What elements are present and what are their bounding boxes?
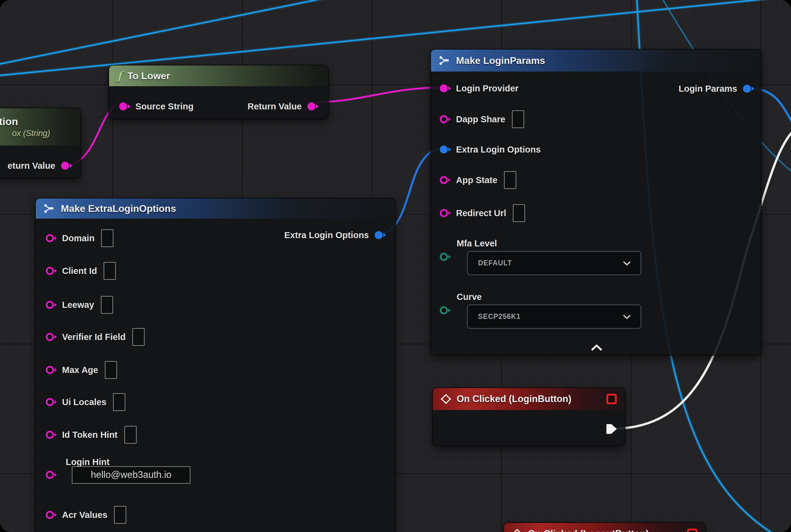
input-pin-dapp-share[interactable]: [439, 114, 451, 125]
max-age-text-box[interactable]: [105, 361, 117, 379]
pin-label-mfa-level: Mfa Level: [457, 239, 497, 249]
node-title: On Clicked (LoginButton): [457, 394, 601, 404]
login-hint-input[interactable]: hello@web3auth.io: [72, 466, 190, 484]
node-make-extraloginoptions-header[interactable]: Make ExtraLoginOptions: [36, 198, 395, 218]
pin-label-max-age: Max Age: [62, 365, 98, 375]
blueprint-graph-canvas[interactable]: tion ox (String) eturn Value ƒ To Lower …: [0, 0, 791, 532]
delegate-pin[interactable]: [606, 394, 617, 404]
node-on-clicked-logoutbutton-header[interactable]: On Clicked (LogoutButton): [504, 523, 706, 532]
dapp-share-text-box[interactable]: [512, 110, 524, 128]
event-diamond-icon: [512, 529, 522, 532]
collapse-advanced-pins-button[interactable]: [586, 341, 607, 355]
input-pin-source-string[interactable]: [118, 101, 131, 112]
node-to-lower-header[interactable]: ƒ To Lower: [109, 65, 328, 86]
input-pin-mfa-level[interactable]: [439, 252, 451, 262]
event-diamond-icon: [441, 394, 451, 404]
input-pin-max-age[interactable]: [45, 365, 57, 375]
pin-label-app-state: App State: [456, 175, 497, 185]
node-title: Make LoginParams: [456, 55, 545, 66]
node-subtitle-fragment: ox (String): [12, 129, 80, 138]
wire-cyan-topleft[interactable]: [0, 0, 334, 65]
acr-values-text-box[interactable]: [114, 506, 126, 524]
pin-label-login-provider: Login Provider: [456, 83, 519, 94]
input-pin-verifier-id-field[interactable]: [45, 332, 57, 342]
pin-label-ui-locales: Ui Locales: [62, 397, 107, 407]
output-pin-return-value[interactable]: [307, 101, 319, 112]
node-to-lower[interactable]: ƒ To Lower Source String Return Value: [109, 65, 329, 119]
node-title-fragment: tion: [0, 116, 80, 128]
pin-label-return-value: Return Value: [248, 101, 302, 112]
input-pin-extra-login-options[interactable]: [439, 144, 451, 155]
pin-label-curve: Curve: [457, 292, 482, 302]
pin-label-redirect-url: Redirect Url: [456, 208, 506, 218]
wire-magenta-tolower-to-provider[interactable]: [308, 88, 444, 102]
output-pin-login-params[interactable]: [742, 83, 754, 94]
make-struct-icon: [44, 203, 55, 214]
node-green-partial[interactable]: tion ox (String) eturn Value: [0, 108, 81, 178]
input-pin-client-id[interactable]: [45, 266, 57, 276]
node-on-clicked-loginbutton-header[interactable]: On Clicked (LoginButton): [433, 388, 625, 410]
ui-locales-text-box[interactable]: [113, 393, 125, 411]
app-state-text-box[interactable]: [504, 171, 516, 189]
node-make-loginparams[interactable]: Make LoginParams Login Params Login Prov…: [430, 49, 761, 356]
node-on-clicked-loginbutton[interactable]: On Clicked (LoginButton): [432, 387, 625, 446]
input-pin-redirect-url[interactable]: [439, 208, 451, 218]
chevron-up-icon: [590, 344, 603, 352]
node-green-partial-header[interactable]: tion ox (String): [0, 108, 80, 146]
pin-label-dapp-share: Dapp Share: [456, 114, 505, 125]
chevron-down-icon: [622, 260, 632, 266]
node-title: To Lower: [128, 70, 170, 82]
output-pin-extra-login-options[interactable]: [374, 230, 386, 240]
pin-label-source-string: Source String: [135, 101, 193, 112]
chevron-down-icon: [622, 314, 632, 320]
curve-value: SECP256K1: [478, 312, 521, 321]
pin-label-extra-login-options-out: Extra Login Options: [284, 230, 369, 240]
node-make-extraloginoptions[interactable]: Make ExtraLoginOptions Extra Login Optio…: [35, 198, 396, 532]
exec-output-pin[interactable]: [605, 423, 618, 435]
input-pin-leeway[interactable]: [45, 300, 57, 310]
verifier-id-field-text-box[interactable]: [132, 328, 144, 346]
pin-label-client-id: Client Id: [62, 266, 97, 276]
domain-text-box[interactable]: [101, 229, 113, 247]
input-pin-login-hint[interactable]: [45, 470, 57, 480]
input-pin-domain[interactable]: [45, 233, 57, 243]
pin-label-verifier-id-field: Verifier Id Field: [62, 332, 126, 342]
input-pin-ui-locales[interactable]: [45, 397, 57, 407]
node-title: On Clicked (LogoutButton): [528, 528, 681, 532]
mfa-level-dropdown[interactable]: DEFAULT: [467, 251, 641, 275]
pin-label-login-params: Login Params: [678, 84, 737, 94]
input-pin-app-state[interactable]: [439, 175, 451, 185]
node-title: Make ExtraLoginOptions: [61, 203, 176, 214]
delegate-pin[interactable]: [687, 529, 697, 532]
output-pin-string[interactable]: [60, 160, 73, 171]
function-icon: ƒ: [117, 70, 122, 82]
pin-label-leeway: Leeway: [62, 300, 94, 310]
pin-label-acr-values: Acr Values: [62, 510, 107, 520]
node-on-clicked-logoutbutton[interactable]: On Clicked (LogoutButton): [503, 522, 706, 532]
pin-label-return-value-fragment: eturn Value: [8, 161, 55, 171]
input-pin-login-provider[interactable]: [439, 83, 451, 94]
node-make-loginparams-header[interactable]: Make LoginParams: [431, 50, 761, 72]
curve-dropdown[interactable]: SECP256K1: [467, 305, 641, 329]
input-pin-acr-values[interactable]: [45, 510, 57, 520]
input-pin-id-token-hint[interactable]: [45, 430, 57, 440]
mfa-level-value: DEFAULT: [478, 259, 512, 267]
client-id-text-box[interactable]: [103, 262, 116, 280]
id-token-hint-text-box[interactable]: [124, 426, 137, 444]
pin-label-id-token-hint: Id Token Hint: [62, 430, 118, 440]
input-pin-curve[interactable]: [439, 305, 451, 316]
redirect-url-text-box[interactable]: [513, 204, 525, 222]
leeway-text-box[interactable]: [101, 296, 113, 314]
pin-label-extra-login-options-in: Extra Login Options: [456, 145, 541, 155]
make-struct-icon: [439, 55, 450, 66]
pin-label-domain: Domain: [62, 233, 94, 243]
